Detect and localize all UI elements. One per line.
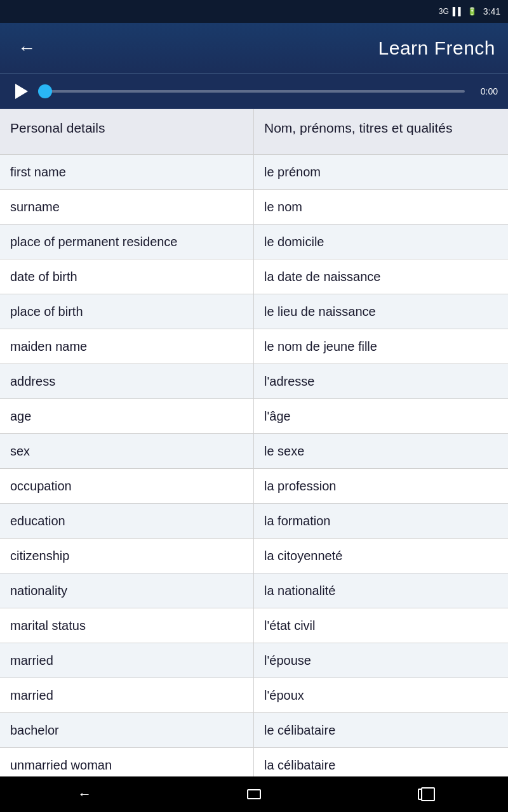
signal-bars-icon: ▌▌ — [453, 7, 464, 16]
french-cell: l'épouse — [254, 643, 508, 678]
table-row[interactable]: agel'âge — [0, 399, 508, 434]
french-cell: la profession — [254, 469, 508, 503]
english-cell: unmarried woman — [0, 748, 254, 776]
nav-recent-button[interactable] — [398, 776, 449, 812]
signal-icon: 3G — [439, 7, 449, 16]
english-cell: marital status — [0, 608, 254, 643]
english-text: marital status — [10, 617, 86, 634]
english-cell: first name — [0, 155, 254, 189]
french-cell: la nationalité — [254, 573, 508, 608]
time-display: 0:00 — [472, 86, 498, 96]
french-text: le nom — [264, 199, 302, 215]
french-cell: la formation — [254, 504, 508, 538]
english-text: surname — [10, 199, 60, 215]
english-text: maiden name — [10, 338, 87, 355]
english-text: occupation — [10, 478, 72, 494]
english-text: married — [10, 687, 53, 704]
french-text: la célibataire — [264, 757, 335, 773]
table-row[interactable]: occupationla profession — [0, 469, 508, 504]
table-row[interactable]: surnamele nom — [0, 190, 508, 225]
table-row[interactable]: bachelorle célibataire — [0, 713, 508, 748]
table-row[interactable]: first namele prénom — [0, 155, 508, 190]
french-cell: la date de naissance — [254, 259, 508, 294]
media-player: 0:00 — [0, 74, 508, 109]
french-text: l'état civil — [264, 617, 316, 634]
french-text: l'adresse — [264, 373, 314, 390]
french-text: la profession — [264, 478, 336, 494]
french-text: la date de naissance — [264, 268, 380, 285]
nav-back-icon: ← — [77, 786, 91, 802]
table-row[interactable]: unmarried womanla célibataire — [0, 748, 508, 776]
english-text: nationality — [10, 582, 67, 599]
french-text: le nom de jeune fille — [264, 338, 377, 355]
table-row[interactable]: educationla formation — [0, 504, 508, 539]
french-text: la citoyenneté — [264, 547, 342, 564]
french-text: l'âge — [264, 408, 291, 424]
english-text: bachelor — [10, 722, 59, 738]
table-row[interactable]: marriedl'époux — [0, 678, 508, 713]
english-text: married — [10, 652, 53, 669]
table-row[interactable]: date of birthla date de naissance — [0, 259, 508, 294]
english-cell: occupation — [0, 469, 254, 503]
play-button[interactable] — [10, 81, 30, 102]
english-text: unmarried woman — [10, 757, 112, 773]
french-cell: la citoyenneté — [254, 539, 508, 573]
progress-track — [38, 90, 465, 93]
french-text: la formation — [264, 513, 331, 529]
english-cell: place of permanent residence — [0, 225, 254, 259]
french-cell: le domicile — [254, 225, 508, 259]
nav-recent-icon — [418, 789, 429, 800]
table-row[interactable]: marital statusl'état civil — [0, 608, 508, 643]
french-cell: le lieu de naissance — [254, 294, 508, 329]
french-cell: la célibataire — [254, 748, 508, 776]
back-arrow-icon: ← — [18, 39, 36, 57]
english-text: place of birth — [10, 303, 83, 320]
french-text: le célibataire — [264, 722, 335, 738]
table-row[interactable]: sexle sexe — [0, 434, 508, 469]
table-row[interactable]: place of permanent residencele domicile — [0, 225, 508, 259]
french-text: le prénom — [264, 164, 321, 180]
table-row[interactable]: nationalityla nationalité — [0, 573, 508, 608]
english-text: education — [10, 513, 65, 529]
english-text: Personal details — [10, 119, 105, 136]
french-text: le lieu de naissance — [264, 303, 376, 320]
french-cell: l'époux — [254, 678, 508, 712]
english-cell: age — [0, 399, 254, 433]
table-row[interactable]: addressl'adresse — [0, 364, 508, 399]
app-header: ← Learn French — [0, 23, 508, 74]
english-cell: Personal details — [0, 109, 254, 154]
english-text: age — [10, 408, 31, 424]
progress-thumb[interactable] — [38, 84, 52, 98]
page-title: Learn French — [41, 37, 495, 59]
table-row[interactable]: maiden namele nom de jeune fille — [0, 329, 508, 364]
english-text: date of birth — [10, 268, 77, 285]
french-text: l'épouse — [264, 652, 311, 669]
french-text: le sexe — [264, 443, 304, 459]
table-row[interactable]: place of birthle lieu de naissance — [0, 294, 508, 329]
english-text: sex — [10, 443, 30, 459]
english-text: citizenship — [10, 547, 69, 564]
french-cell: le prénom — [254, 155, 508, 189]
status-bar: 3G ▌▌ 🔋 3:41 — [0, 0, 508, 23]
vocabulary-table: Personal detailsNom, prénoms, titres et … — [0, 109, 508, 776]
french-text: le domicile — [264, 233, 324, 250]
table-row[interactable]: citizenshipla citoyenneté — [0, 539, 508, 573]
french-cell: l'état civil — [254, 608, 508, 643]
english-cell: sex — [0, 434, 254, 468]
english-cell: bachelor — [0, 713, 254, 747]
nav-home-button[interactable] — [229, 776, 279, 812]
english-cell: address — [0, 364, 254, 398]
english-cell: date of birth — [0, 259, 254, 294]
french-cell: le nom de jeune fille — [254, 329, 508, 363]
english-cell: maiden name — [0, 329, 254, 363]
table-row[interactable]: Personal detailsNom, prénoms, titres et … — [0, 109, 508, 155]
back-button[interactable]: ← — [13, 34, 41, 62]
french-text: la nationalité — [264, 582, 335, 599]
french-text: Nom, prénoms, titres et qualités — [264, 119, 452, 136]
english-cell: education — [0, 504, 254, 538]
table-row[interactable]: marriedl'épouse — [0, 643, 508, 678]
english-text: first name — [10, 164, 66, 180]
progress-bar[interactable] — [38, 90, 465, 93]
play-icon — [15, 84, 28, 99]
nav-back-button[interactable]: ← — [59, 776, 110, 812]
